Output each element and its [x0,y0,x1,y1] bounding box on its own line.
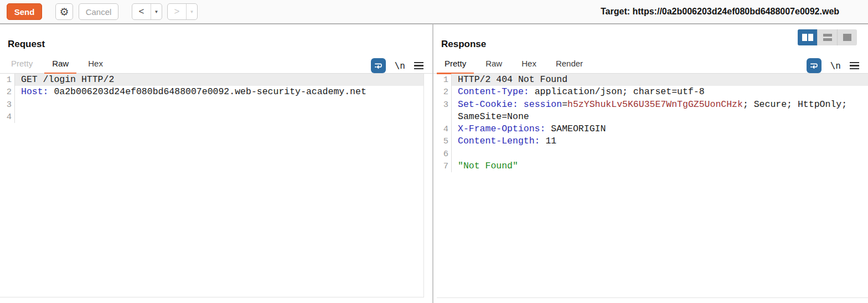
line-number: 4 [437,123,452,135]
token-plain: SameSite=None [458,111,529,122]
token-header: Set-Cookie: [458,99,518,110]
show-newlines-button[interactable]: \n [830,60,841,71]
gear-icon: ⚙ [59,6,69,18]
line-number [437,111,452,123]
target-url: Target: https://0a2b006203d24ef080bd6488… [601,7,839,17]
message-editor-area: Request PrettyRawHex \n 1GET /login HTTP… [0,24,868,303]
token-plain: = [562,99,567,110]
line-number: 1 [437,74,452,86]
tab-pretty[interactable]: Pretty [437,59,474,74]
code-line: 2Content-Type: application/json; charset… [437,86,868,98]
request-panel: Request PrettyRawHex \n 1GET /login HTTP… [0,24,433,303]
code-line: 2Host: 0a2b006203d24ef080bd6488007e0092.… [0,86,423,98]
hamburger-icon [414,62,423,64]
layout-switcher [798,29,857,45]
token-plain: ; Secure; HttpOnly; [743,99,847,110]
code-line: 1HTTP/2 404 Not Found [437,74,868,86]
token-plain: 11 [540,136,557,146]
line-number: 2 [437,86,452,98]
settings-button[interactable]: ⚙ [55,3,73,20]
response-editor-tools: \n [807,58,859,73]
token-plain: application/json; charset=utf-8 [529,86,705,97]
token-string: ″Not Found″ [458,161,518,171]
tab-render[interactable]: Render [548,59,591,74]
code-line: 7″Not Found″ [437,160,868,172]
chevron-left-icon: < [139,6,144,17]
response-panel: Response PrettyRawHexRender \n 1HTTP/2 4… [433,24,868,303]
word-wrap-icon [373,60,384,71]
line-number: 5 [437,135,452,147]
word-wrap-toggle-button[interactable] [371,58,386,73]
token-header: X-Frame-Options: [458,124,545,134]
line-number: 6 [437,148,452,160]
prev-request-button-group: < ▼ [132,3,162,20]
token-header: Content-Type: [458,86,529,97]
code-text: Content-Type: application/json; charset=… [452,86,868,98]
line-number: 7 [437,160,452,172]
line-number: 2 [0,86,15,98]
prev-request-button[interactable]: < [132,4,151,19]
target-label: Target: [601,7,630,16]
code-line: 3Set-Cookie: session=h5zYShukLv5K6U35E7W… [437,99,868,111]
code-line: 5Content-Length: 11 [437,135,868,147]
code-text [15,111,423,123]
cancel-button[interactable]: Cancel [79,3,118,20]
layout-split-columns-button[interactable] [798,29,818,45]
code-text: X-Frame-Options: SAMEORIGIN [452,123,868,135]
response-editor[interactable]: 1HTTP/2 404 Not Found2Content-Type: appl… [437,74,868,298]
show-newlines-button[interactable]: \n [395,60,405,71]
tab-hex[interactable]: Hex [80,59,111,74]
editor-menu-button[interactable] [414,62,423,70]
chevron-right-icon: > [174,6,180,17]
toolbar: Send ⚙ Cancel < ▼ > ▼ Target: https://0a… [0,0,868,24]
code-text: SameSite=None [452,111,868,123]
code-text: ″Not Found″ [452,160,868,172]
token-plain: GET /login HTTP/2 [21,74,114,85]
next-request-button[interactable]: > [168,4,187,19]
split-columns-icon [802,34,813,41]
code-text: Set-Cookie: session=h5zYShukLv5K6U35E7Wn… [452,99,868,111]
tab-raw[interactable]: Raw [44,59,76,74]
line-number: 1 [0,74,15,86]
word-wrap-icon [809,60,819,71]
next-request-button-group: > ▼ [167,3,198,20]
token-plain: 0a2b006203d24ef080bd6488007e0092.web-sec… [49,86,366,97]
tab-hex[interactable]: Hex [514,59,544,74]
hamburger-icon [850,62,859,64]
request-panel-title: Request [8,39,432,50]
code-line: 1GET /login HTTP/2 [0,74,423,86]
layout-split-rows-button[interactable] [818,29,838,45]
token-header: Content-Length: [458,136,540,146]
code-text: GET /login HTTP/2 [15,74,423,86]
line-number: 3 [0,99,15,111]
prev-request-dropdown[interactable]: ▼ [151,4,162,19]
code-line: SameSite=None [437,111,868,123]
token-cookie: h5zYShukLv5K6U35E7WnTgGZ5UonCHzk [567,99,743,110]
token-plain [518,99,524,110]
request-editor[interactable]: 1GET /login HTTP/22Host: 0a2b006203d24ef… [0,74,424,297]
code-text: Content-Length: 11 [452,135,868,147]
editor-menu-button[interactable] [850,62,859,70]
response-tabbar: PrettyRawHexRender \n [433,56,868,74]
request-editor-tools: \n [371,58,423,73]
token-plain: HTTP/2 404 Not Found [458,74,567,85]
code-line: 4X-Frame-Options: SAMEORIGIN [437,123,868,135]
token-header: session [524,99,562,110]
target-url-value: https://0a2b006203d24ef080bd6488007e0092… [633,7,840,16]
send-button[interactable]: Send [7,3,42,20]
line-number: 3 [437,99,452,111]
request-tabbar: PrettyRawHex \n [0,56,432,74]
code-line: 4 [0,111,423,123]
tab-pretty[interactable]: Pretty [3,59,40,74]
code-line: 3 [0,99,423,111]
single-panel-icon [843,34,851,41]
code-text [452,148,868,160]
tab-raw[interactable]: Raw [478,59,510,74]
code-text: HTTP/2 404 Not Found [452,74,868,86]
code-text: Host: 0a2b006203d24ef080bd6488007e0092.w… [15,86,423,98]
next-request-dropdown[interactable]: ▼ [187,4,197,19]
layout-single-panel-button[interactable] [838,29,857,45]
split-rows-icon [823,34,832,42]
token-header: Host: [21,86,49,97]
word-wrap-toggle-button[interactable] [807,58,822,73]
